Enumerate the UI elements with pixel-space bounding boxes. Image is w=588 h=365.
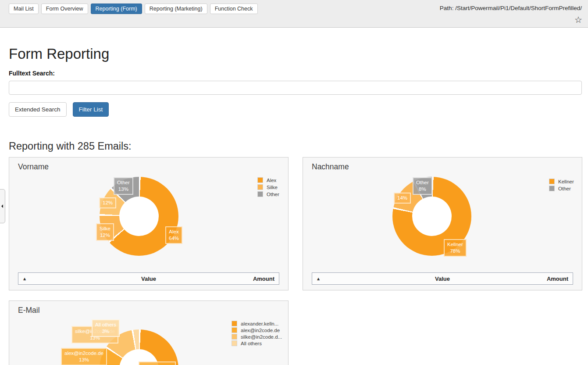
- callout-other: Other 8%: [413, 177, 432, 195]
- callout-alexander-partial: [139, 361, 176, 365]
- legend-label: Alex: [267, 178, 276, 183]
- panel-email: E-Mail silke@in2code.de 13% All others 3…: [9, 301, 289, 365]
- legend-swatch: [257, 184, 263, 190]
- panel-vorname: Vorname Other 13% 12% Silke 12% Alex 64%…: [9, 157, 289, 290]
- tab-form-overview[interactable]: Form Overview: [41, 4, 88, 14]
- callout-line: Other: [416, 179, 429, 186]
- fulltext-search-label: Fulltext Search:: [9, 70, 55, 77]
- column-header-amount[interactable]: Amount: [547, 276, 568, 282]
- legend-item: Silke: [257, 184, 279, 190]
- tab-reporting-form[interactable]: Reporting (Form): [91, 4, 142, 14]
- legend-item: Other: [549, 186, 574, 191]
- callout-line: 14%: [397, 195, 407, 201]
- legend-label: silke@in2code.d...: [241, 334, 282, 340]
- tab-mail-list[interactable]: Mail List: [9, 4, 39, 14]
- callout-kellner: Kellner 78%: [444, 239, 467, 257]
- breadcrumb-path: Path: /Start/Powermail/Pi1/Default/Short…: [440, 5, 582, 11]
- page-title: Form Reporting: [9, 46, 109, 62]
- legend-label: alex@in2code.de: [241, 328, 280, 333]
- callout-line: 3%: [95, 328, 116, 335]
- legend-item: All others: [232, 340, 282, 346]
- filter-list-button[interactable]: Filter List: [73, 102, 109, 117]
- legend-item: alex@in2code.de: [232, 327, 282, 333]
- callout-14pct: 14%: [394, 193, 411, 204]
- legend-item: alexander.kelln...: [232, 321, 282, 326]
- panel-title-nachname: Nachname: [312, 162, 349, 172]
- legend-label: Other: [267, 192, 279, 197]
- callout-line: 12%: [100, 232, 110, 239]
- chevron-left-icon: [1, 204, 3, 208]
- callout-line: Kellner: [447, 241, 463, 248]
- nachname-legend: Kellner Other: [549, 179, 574, 191]
- legend-item: Alex: [257, 177, 279, 183]
- legend-item: Other: [257, 191, 279, 197]
- search-actions: Extended Search Filter List: [9, 102, 109, 117]
- legend-label: All others: [241, 341, 262, 346]
- vorname-table-header: ▲ Value Amount: [18, 272, 279, 285]
- vorname-legend: Alex Silke Other: [257, 177, 279, 197]
- chart-panels-grid: Vorname Other 13% 12% Silke 12% Alex 64%…: [9, 157, 581, 365]
- callout-line: Silke: [100, 225, 110, 232]
- legend-label: Silke: [267, 185, 278, 190]
- callout-line: 78%: [447, 248, 463, 254]
- legend-swatch: [232, 334, 237, 340]
- column-header-amount[interactable]: Amount: [253, 276, 274, 282]
- callout-other: Other 13%: [114, 177, 133, 195]
- panel-nachname: Nachname Other 8% 14% Kellner 78% Kellne…: [303, 157, 582, 290]
- callout-alex-email: alex@in2code.de 13%: [61, 348, 107, 365]
- bookmark-star-icon[interactable]: ☆: [574, 15, 582, 25]
- callout-line: 64%: [169, 235, 179, 242]
- legend-swatch: [257, 191, 263, 197]
- callout-line: 8%: [416, 186, 429, 193]
- legend-swatch: [549, 179, 555, 184]
- reporting-heading: Reporting with 285 Emails:: [9, 140, 132, 152]
- legend-swatch: [232, 321, 237, 326]
- panel-title-email: E-Mail: [18, 306, 40, 315]
- callout-line: All others: [95, 322, 116, 328]
- callout-all-others: All others 3%: [92, 319, 120, 337]
- callout-line: 13%: [64, 357, 103, 363]
- panel-title-vorname: Vorname: [18, 162, 49, 172]
- legend-label: alexander.kelln...: [241, 321, 278, 326]
- callout-line: 12%: [103, 200, 113, 206]
- callout-line: alex@in2code.de: [64, 350, 103, 357]
- vorname-donut-chart[interactable]: [100, 177, 178, 256]
- frame-collapse-handle[interactable]: [0, 189, 5, 223]
- extended-search-button[interactable]: Extended Search: [9, 102, 67, 117]
- top-toolbar: Mail List Form Overview Reporting (Form)…: [0, 0, 588, 28]
- callout-line: 13%: [117, 186, 130, 193]
- legend-label: Other: [558, 186, 571, 191]
- callout-line: Other: [117, 179, 130, 186]
- tab-function-check[interactable]: Function Check: [210, 4, 258, 14]
- legend-item: silke@in2code.d...: [232, 334, 282, 340]
- callout-silke: Silke 12%: [96, 223, 114, 241]
- legend-swatch: [549, 186, 555, 191]
- legend-swatch: [232, 327, 237, 333]
- nachname-table-header: ▲ Value Amount: [312, 272, 573, 285]
- callout-alex: Alex 64%: [165, 226, 182, 244]
- legend-label: Kellner: [558, 179, 574, 184]
- column-header-value[interactable]: Value: [18, 276, 279, 282]
- fulltext-search-input[interactable]: [9, 81, 582, 95]
- view-tabs: Mail List Form Overview Reporting (Form)…: [9, 4, 258, 14]
- column-header-value[interactable]: Value: [312, 276, 573, 282]
- callout-12pct: 12%: [99, 197, 116, 208]
- legend-item: Kellner: [549, 179, 574, 184]
- tab-reporting-marketing[interactable]: Reporting (Marketing): [145, 4, 207, 14]
- email-legend: alexander.kelln... alex@in2code.de silke…: [232, 321, 282, 346]
- callout-line: Alex: [169, 229, 179, 235]
- legend-swatch: [232, 340, 237, 346]
- legend-swatch: [257, 177, 263, 183]
